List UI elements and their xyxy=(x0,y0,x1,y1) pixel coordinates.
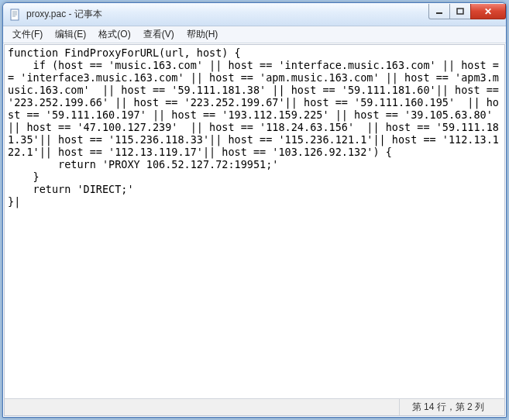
cursor-position: 第 14 行，第 2 列 xyxy=(399,399,497,415)
close-icon: ✕ xyxy=(484,6,492,17)
svg-rect-6 xyxy=(457,9,463,14)
maximize-button[interactable] xyxy=(449,4,471,19)
window-controls: ✕ xyxy=(429,4,506,19)
menu-file[interactable]: 文件(F) xyxy=(6,26,49,43)
menubar: 文件(F) 编辑(E) 格式(O) 查看(V) 帮助(H) xyxy=(3,26,506,43)
content-area: function FindProxyForURL(url, host) { if… xyxy=(4,44,505,416)
menu-help[interactable]: 帮助(H) xyxy=(181,26,225,43)
text-editor[interactable]: function FindProxyForURL(url, host) { if… xyxy=(5,45,504,398)
minimize-button[interactable] xyxy=(428,4,450,19)
window-title: proxy.pac - 记事本 xyxy=(26,8,429,21)
menu-view[interactable]: 查看(V) xyxy=(137,26,181,43)
titlebar[interactable]: proxy.pac - 记事本 ✕ xyxy=(3,3,506,26)
notepad-icon xyxy=(9,9,22,21)
menu-edit[interactable]: 编辑(E) xyxy=(49,26,92,43)
app-window: proxy.pac - 记事本 ✕ 文件(F) 编辑(E) 格式(O) 查看(V… xyxy=(2,2,507,418)
close-button[interactable]: ✕ xyxy=(470,4,506,19)
menu-format[interactable]: 格式(O) xyxy=(92,26,136,43)
statusbar: 第 14 行，第 2 列 xyxy=(5,398,504,415)
